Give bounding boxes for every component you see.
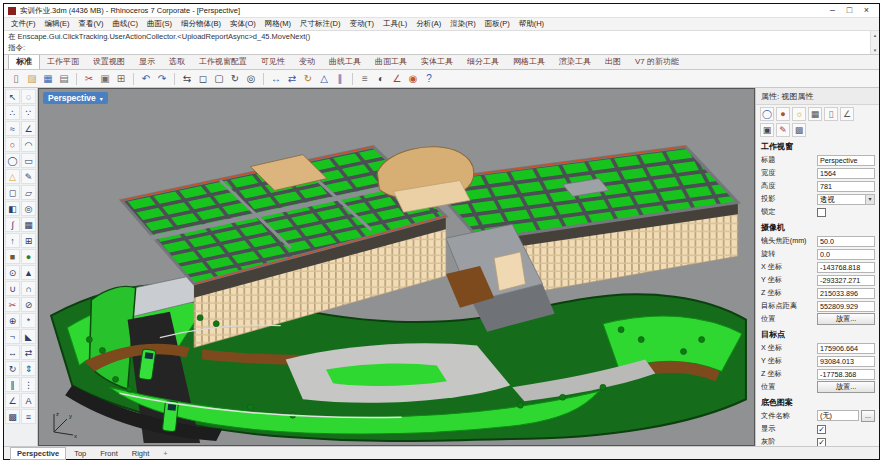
move-icon[interactable]: ↔ (269, 72, 283, 86)
ribbon-tab-0[interactable]: 标准 (8, 53, 40, 69)
ribbon-tab-4[interactable]: 选取 (162, 54, 192, 69)
extrude-icon[interactable]: ↑ (5, 233, 20, 248)
new-file-icon[interactable]: ▯ (9, 72, 23, 86)
ribbon-tab-7[interactable]: 变动 (292, 54, 322, 69)
render-settings-icon[interactable]: ✎ (776, 123, 790, 137)
ribbon-tab-10[interactable]: 实体工具 (414, 54, 460, 69)
camera-icon[interactable]: ▣ (760, 123, 774, 137)
maximize-button[interactable]: □ (841, 4, 858, 17)
menu-item-9[interactable]: 变动(T) (350, 19, 375, 29)
ribbon-tab-6[interactable]: 可见性 (254, 54, 292, 69)
sketch-icon[interactable]: ✎ (21, 169, 36, 184)
prop-value-field[interactable]: 0.0 (817, 249, 875, 260)
ribbon-tab-9[interactable]: 曲面工具 (368, 54, 414, 69)
prop-value-field[interactable]: 93084.013 (817, 356, 875, 367)
viewport[interactable]: Perspective ▾ x y z (38, 88, 755, 446)
display-mode-icon[interactable]: ◐ (374, 72, 388, 86)
prop-checkbox[interactable]: ✓ (817, 425, 826, 434)
prop-value-field[interactable]: 215033.896 (817, 288, 875, 299)
box-icon[interactable]: ■ (5, 249, 20, 264)
surface-icon[interactable]: ◻ (5, 185, 20, 200)
browse-button[interactable]: ... (861, 410, 875, 422)
cage-edit-icon[interactable]: ⊞ (21, 233, 36, 248)
menu-item-11[interactable]: 分析(A) (416, 19, 441, 29)
ribbon-tab-1[interactable]: 工作平面 (40, 54, 86, 69)
gumball-icon[interactable]: ◉ (406, 72, 420, 86)
copy-icon[interactable]: ⇄ (21, 345, 36, 360)
rotate-icon[interactable]: ↻ (301, 72, 315, 86)
prop-value-field[interactable]: Perspective (817, 155, 875, 166)
page-icon[interactable]: ▯ (824, 107, 838, 121)
scale-icon[interactable]: ⇕ (21, 361, 36, 376)
rectangle-icon[interactable]: ▭ (21, 153, 36, 168)
prop-value-field[interactable]: -143768.818 (817, 262, 875, 273)
plane-icon[interactable]: ▱ (21, 185, 36, 200)
prop-checkbox[interactable]: ✓ (817, 438, 826, 447)
prop-value-field[interactable]: 781 (817, 181, 875, 192)
material-icon[interactable]: ● (776, 107, 790, 121)
arc-icon[interactable]: ◠ (21, 137, 36, 152)
properties-icon[interactable]: ≡ (21, 409, 36, 424)
ribbon-tab-8[interactable]: 曲线工具 (322, 54, 368, 69)
menu-item-6[interactable]: 实体(O) (230, 19, 256, 29)
patch-icon[interactable]: ▦ (21, 217, 36, 232)
undo-icon[interactable]: ↶ (139, 72, 153, 86)
menu-item-8[interactable]: 尺寸标注(D) (300, 19, 340, 29)
prop-select[interactable]: 透视▾ (817, 194, 875, 205)
hatch-icon[interactable]: ▩ (5, 409, 20, 424)
cut-icon[interactable]: ✂ (82, 72, 96, 86)
menu-item-10[interactable]: 工具(L) (383, 19, 407, 29)
dimension-style-icon[interactable]: ∠ (840, 107, 854, 121)
menu-item-13[interactable]: 面板(P) (485, 19, 510, 29)
prop-value-field[interactable]: 1564 (817, 168, 875, 179)
hatch-icon[interactable]: ▦ (808, 107, 822, 121)
scale-icon[interactable]: △ (317, 72, 331, 86)
curve-icon[interactable]: ≈ (5, 121, 20, 136)
viewport-title[interactable]: Perspective ▾ (43, 92, 108, 104)
boolean-union-icon[interactable]: ∪ (5, 281, 20, 296)
array-icon[interactable]: ⋮ (21, 377, 36, 392)
join-icon[interactable]: ⊕ (5, 313, 20, 328)
zoom-window-icon[interactable]: ◻ (196, 72, 210, 86)
viewport-canvas[interactable] (39, 89, 754, 445)
menu-item-4[interactable]: 曲面(S) (147, 19, 172, 29)
prop-value-field[interactable]: 552809.929 (817, 301, 875, 312)
menu-item-1[interactable]: 编辑(E) (45, 19, 70, 29)
paste-icon[interactable]: ⊞ (114, 72, 128, 86)
circle-icon[interactable]: ○ (5, 137, 20, 152)
viewport-tab-top[interactable]: Top (68, 448, 92, 459)
copy-icon[interactable]: ▣ (98, 72, 112, 86)
zoom-icon[interactable]: ◎ (244, 72, 258, 86)
menu-item-7[interactable]: 网格(M) (265, 19, 291, 29)
mirror-icon[interactable]: ∥ (5, 377, 20, 392)
menu-item-14[interactable]: 帮助(H) (519, 19, 544, 29)
fillet-icon[interactable]: ¬ (5, 329, 20, 344)
rotate-icon[interactable]: ↻ (5, 361, 20, 376)
trim-icon[interactable]: ✂ (5, 297, 20, 312)
object-snap-icon[interactable]: ∠ (390, 72, 404, 86)
polygon-icon[interactable]: △ (5, 169, 20, 184)
ribbon-tab-15[interactable]: V7 的新功能 (628, 54, 686, 69)
redo-icon[interactable]: ↷ (155, 72, 169, 86)
prop-checkbox[interactable] (817, 208, 826, 217)
close-button[interactable]: × (858, 4, 875, 17)
minimize-button[interactable]: – (824, 4, 841, 17)
ribbon-tab-5[interactable]: 工作视窗配置 (192, 54, 254, 69)
move-icon[interactable]: ↔ (5, 345, 20, 360)
command-prompt-input[interactable]: 指令: (4, 42, 879, 53)
sphere-icon[interactable]: ● (21, 249, 36, 264)
sweep-icon[interactable]: ∫ (5, 217, 20, 232)
ribbon-tab-14[interactable]: 出图 (598, 54, 628, 69)
lasso-select-icon[interactable]: ◌ (21, 89, 36, 104)
cylinder-icon[interactable]: ⊙ (5, 265, 20, 280)
prop-value-field[interactable]: -17758.368 (817, 369, 875, 380)
ribbon-tab-3[interactable]: 显示 (132, 54, 162, 69)
menu-item-0[interactable]: 文件(F) (11, 19, 36, 29)
pan-view-icon[interactable]: ⇆ (180, 72, 194, 86)
split-icon[interactable]: ⊘ (21, 297, 36, 312)
text-icon[interactable]: A (21, 393, 36, 408)
zoom-extents-icon[interactable]: ▢ (212, 72, 226, 86)
layers-icon[interactable]: ≡ (358, 72, 372, 86)
viewport-tab-overflow[interactable]: + (157, 448, 173, 459)
revolve-icon[interactable]: ◎ (21, 201, 36, 216)
